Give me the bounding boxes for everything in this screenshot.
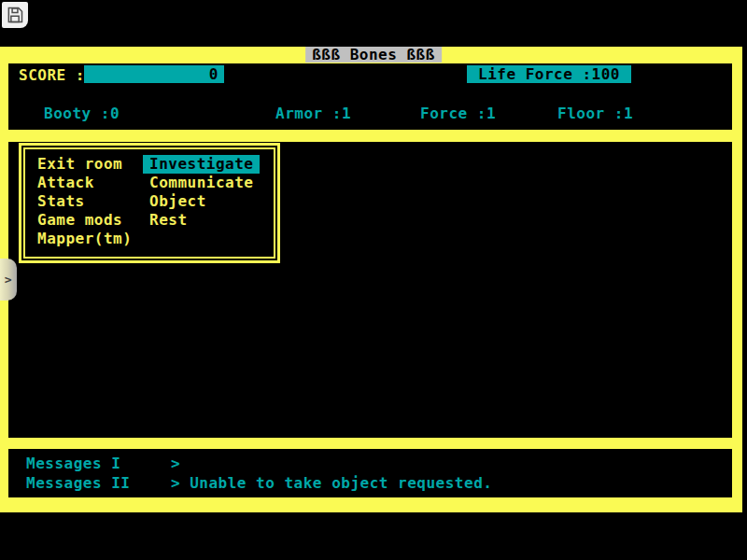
menu-item-investigate[interactable]: Investigate	[149, 155, 260, 174]
messages-2-prompt: >	[171, 474, 180, 492]
life-force-badge: Life Force :100	[467, 65, 631, 83]
messages-2-label: Messages II	[26, 475, 130, 492]
messages-1-prompt: >	[171, 455, 180, 472]
stat-armor: Armor :1	[275, 105, 351, 122]
score-value: 0	[209, 65, 218, 83]
stats-panel: SCORE : 0 Life Force :100 Booty :0 Armor…	[8, 63, 732, 130]
menu-item-communicate[interactable]: Communicate	[149, 174, 260, 192]
stat-booty: Booty :0	[44, 105, 120, 122]
stat-floor: Floor :1	[557, 105, 633, 122]
menu-item-exit-room[interactable]: Exit room	[37, 155, 149, 174]
sidebar-toggle-tab[interactable]: >	[0, 259, 17, 301]
score-label: SCORE :	[19, 66, 85, 84]
action-menu: Exit room Attack Stats Game mods Mapper(…	[19, 143, 280, 263]
chevron-right-icon: >	[5, 273, 12, 287]
menu-column-right: Investigate Communicate Object Rest	[149, 155, 260, 257]
messages-1-label: Messages I	[26, 455, 120, 472]
window-title: ßßß Bones ßßß	[305, 47, 442, 63]
game-screen: ßßß Bones ßßß SCORE : 0 Life Force :100 …	[0, 0, 747, 560]
menu-item-object[interactable]: Object	[149, 192, 260, 211]
score-bar: 0	[84, 65, 224, 83]
menu-item-stats[interactable]: Stats	[37, 192, 149, 211]
messages-2-body: >Unable to take object requested.	[171, 475, 492, 492]
stat-force: Force :1	[420, 105, 496, 122]
menu-item-rest[interactable]: Rest	[149, 211, 260, 230]
menu-item-attack[interactable]: Attack	[37, 174, 149, 192]
main-panel: Exit room Attack Stats Game mods Mapper(…	[8, 142, 732, 438]
messages-2-text: Unable to take object requested.	[190, 474, 492, 492]
menu-column-left: Exit room Attack Stats Game mods Mapper(…	[37, 155, 149, 257]
messages-1-body: >	[171, 455, 190, 472]
menu-item-mapper[interactable]: Mapper(tm)	[37, 230, 149, 248]
menu-item-game-mods[interactable]: Game mods	[37, 211, 149, 230]
messages-panel: Messages I > Messages II >Unable to take…	[8, 449, 732, 497]
floppy-disk-icon	[6, 6, 24, 24]
save-button[interactable]	[2, 2, 28, 28]
action-menu-inner: Exit room Attack Stats Game mods Mapper(…	[23, 147, 275, 259]
